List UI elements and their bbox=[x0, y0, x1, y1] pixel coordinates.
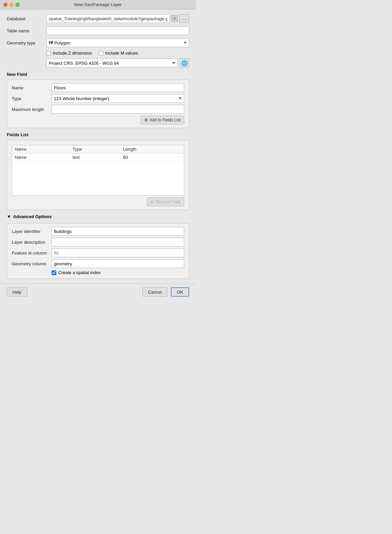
advanced-options-header[interactable]: ▼ Advanced Options bbox=[7, 214, 189, 219]
new-field-section-title: New Field bbox=[7, 72, 189, 77]
feature-id-row: Feature id column bbox=[12, 248, 184, 257]
include-z-checkbox[interactable] bbox=[46, 51, 51, 56]
field-name-label: Name bbox=[12, 85, 49, 90]
row-length: 80 bbox=[120, 153, 184, 161]
table-name-label: Table name bbox=[7, 28, 44, 33]
dialog-content: Database ✕ ... Table name Geometry type … bbox=[0, 9, 196, 284]
geometry-type-select[interactable]: 🗺 Polygon Point Line bbox=[46, 38, 189, 47]
fields-list-section-title: Fields List bbox=[7, 132, 189, 137]
feature-id-label: Feature id column bbox=[12, 250, 49, 256]
cancel-button[interactable]: Cancel bbox=[142, 287, 167, 297]
minimize-button[interactable] bbox=[9, 3, 13, 7]
remove-field-button[interactable]: ⊟ Remove Field bbox=[147, 198, 184, 206]
fields-table-container: Name Type Length Name text 80 bbox=[12, 145, 184, 196]
geometry-column-label: Geometry column bbox=[12, 261, 49, 266]
geometry-type-label: Geometry type bbox=[7, 40, 44, 46]
field-name-input[interactable] bbox=[52, 83, 184, 92]
layer-description-label: Layer description bbox=[12, 240, 49, 245]
layer-description-row: Layer description bbox=[12, 238, 184, 246]
col-length-header: Length bbox=[120, 145, 184, 153]
crs-globe-button[interactable]: 🌐 bbox=[180, 58, 189, 68]
layer-identifier-label: Layer identifier bbox=[12, 229, 49, 234]
fields-table: Name Type Length Name text 80 bbox=[12, 145, 184, 161]
crs-select[interactable]: Project CRS: EPSG:4326 - WGS 84 bbox=[46, 59, 178, 67]
add-btn-row: ⊞ Add to Fields List bbox=[12, 116, 184, 124]
include-m-checkbox[interactable] bbox=[99, 51, 103, 56]
fields-list-section: Name Type Length Name text 80 ⊟ R bbox=[7, 140, 189, 210]
field-type-select[interactable]: 123 Whole Number (integer) Text (string)… bbox=[52, 94, 184, 103]
help-button[interactable]: Help bbox=[7, 287, 27, 297]
crs-row: Project CRS: EPSG:4326 - WGS 84 🌐 bbox=[46, 58, 189, 68]
add-to-fields-button[interactable]: ⊞ Add to Fields List bbox=[141, 116, 184, 124]
geometry-column-input[interactable] bbox=[52, 259, 184, 268]
new-field-section: Name Type 123 Whole Number (integer) Tex… bbox=[7, 80, 189, 128]
max-length-label: Maximum length bbox=[12, 107, 49, 112]
bottom-right-buttons: Cancel OK bbox=[142, 287, 189, 297]
close-button[interactable] bbox=[3, 3, 7, 7]
bottom-bar: Help Cancel OK bbox=[0, 284, 196, 300]
field-type-row: Type 123 Whole Number (integer) Text (st… bbox=[12, 94, 184, 103]
col-type-header: Type bbox=[70, 145, 121, 153]
feature-id-input[interactable] bbox=[52, 248, 184, 257]
advanced-triangle-icon: ▼ bbox=[7, 214, 11, 219]
database-input[interactable] bbox=[46, 14, 170, 23]
spatial-index-label: Create a spatial index bbox=[58, 270, 101, 275]
database-field: ✕ ... bbox=[46, 14, 189, 23]
fields-table-header: Name Type Length bbox=[12, 145, 184, 153]
row-type: text bbox=[70, 153, 121, 161]
database-browse-button[interactable]: ... bbox=[179, 14, 189, 23]
table-empty-area bbox=[12, 161, 184, 195]
field-name-row: Name bbox=[12, 83, 184, 92]
include-z-label: Include Z dimension bbox=[53, 51, 92, 56]
advanced-options-title: Advanced Options bbox=[13, 214, 52, 219]
advanced-options-section: Layer identifier Layer description Featu… bbox=[7, 223, 189, 279]
dimension-checkboxes: Include Z dimension Include M values bbox=[46, 51, 189, 56]
layer-identifier-row: Layer identifier bbox=[12, 227, 184, 236]
max-length-row: Maximum length bbox=[12, 105, 184, 114]
remove-field-icon: ⊟ bbox=[151, 200, 154, 204]
spatial-index-row: Create a spatial index bbox=[52, 270, 184, 275]
ok-button[interactable]: OK bbox=[171, 287, 189, 297]
layer-identifier-input[interactable] bbox=[52, 227, 184, 236]
dialog-title: New GeoPackage Layer bbox=[74, 2, 122, 7]
include-m-item: Include M values bbox=[99, 51, 138, 56]
row-name: Name bbox=[12, 153, 70, 161]
spatial-index-checkbox[interactable] bbox=[52, 270, 56, 275]
col-name-header: Name bbox=[12, 145, 70, 153]
include-z-item: Include Z dimension bbox=[46, 51, 92, 56]
geometry-column-row: Geometry column bbox=[12, 259, 184, 268]
max-length-input[interactable] bbox=[52, 105, 184, 114]
geometry-type-row: Geometry type 🗺 Polygon Point Line bbox=[7, 38, 189, 47]
include-m-label: Include M values bbox=[105, 51, 138, 56]
database-row: Database ✕ ... bbox=[7, 14, 189, 23]
add-fields-icon: ⊞ bbox=[144, 118, 148, 122]
table-name-input[interactable] bbox=[46, 26, 189, 35]
layer-description-input[interactable] bbox=[52, 238, 184, 246]
field-type-label: Type bbox=[12, 96, 49, 101]
maximize-button[interactable] bbox=[15, 3, 20, 7]
title-bar: New GeoPackage Layer bbox=[0, 0, 196, 9]
table-row[interactable]: Name text 80 bbox=[12, 153, 184, 161]
remove-btn-row: ⊟ Remove Field bbox=[12, 198, 184, 206]
database-label: Database bbox=[7, 16, 44, 21]
table-name-row: Table name bbox=[7, 26, 189, 35]
database-clear-button[interactable]: ✕ bbox=[171, 15, 178, 22]
window-controls bbox=[3, 3, 20, 7]
